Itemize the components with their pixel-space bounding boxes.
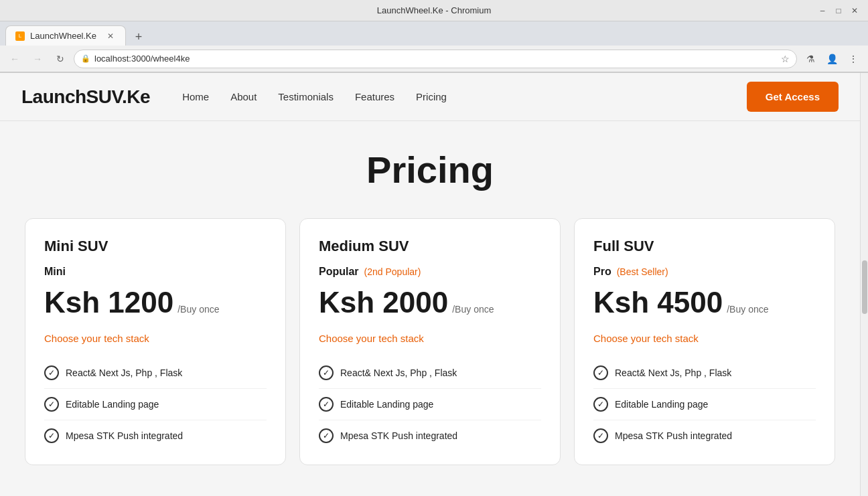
address-bar-row: ← → ↻ 🔒 localhost:3000/wheel4ke ☆ ⚗ 👤 ⋮	[0, 46, 868, 72]
window-controls: – □ ✕	[817, 5, 860, 16]
card-plan-badge-full: (Best Seller)	[617, 266, 668, 277]
check-icon: ✓	[319, 428, 334, 443]
maximize-button[interactable]: □	[833, 5, 844, 16]
check-icon: ✓	[319, 365, 334, 380]
profile-icon[interactable]: 👤	[822, 50, 841, 68]
check-icon: ✓	[593, 397, 608, 412]
card-price-row-mini: Ksh 1200 /Buy once	[44, 286, 267, 319]
card-period-full: /Buy once	[727, 304, 768, 315]
window-title: LaunchWheel.Ke - Chromium	[377, 5, 492, 15]
nav-pricing[interactable]: Pricing	[416, 91, 447, 102]
nav-links: Home About Testimonials Features Pricing	[182, 91, 747, 102]
title-bar: LaunchWheel.Ke - Chromium – □ ✕	[0, 0, 868, 21]
tab-favicon: L	[15, 31, 25, 41]
nav-home[interactable]: Home	[182, 91, 209, 102]
forward-button[interactable]: →	[28, 50, 47, 68]
check-icon: ✓	[593, 365, 608, 380]
card-feature-medium-2: ✓ Editable Landing page	[319, 388, 541, 420]
card-plan-name-medium: Popular	[319, 266, 359, 278]
card-plan-badge-medium: (2nd Popular)	[364, 266, 421, 277]
card-feature-mini-3: ✓ Mpesa STK Push integrated	[44, 420, 267, 451]
scrollbar[interactable]	[860, 73, 868, 496]
card-feature-mini-2: ✓ Editable Landing page	[44, 388, 267, 420]
card-price-mini: Ksh 1200	[44, 286, 173, 319]
check-icon: ✓	[44, 428, 59, 443]
card-tier-mini: Mini SUV	[44, 238, 267, 255]
tab-bar: L LaunchWheel.Ke ✕ +	[0, 21, 868, 46]
card-price-row-medium: Ksh 2000 /Buy once	[319, 286, 541, 319]
card-plan-name-full: Pro	[593, 266, 611, 278]
card-tech-link-full[interactable]: Choose your tech stack	[593, 333, 816, 344]
get-access-button[interactable]: Get Access	[747, 82, 839, 112]
card-features-mini: ✓ React& Next Js, Php , Flask ✓ Editable…	[44, 357, 267, 451]
card-features-full: ✓ React& Next Js, Php , Flask ✓ Editable…	[593, 357, 816, 451]
card-period-medium: /Buy once	[452, 304, 494, 315]
close-button[interactable]: ✕	[849, 5, 860, 16]
pricing-cards: Mini SUV Mini Ksh 1200 /Buy once Choose …	[16, 218, 844, 465]
card-feature-medium-3: ✓ Mpesa STK Push integrated	[319, 420, 541, 451]
card-feature-medium-1: ✓ React& Next Js, Php , Flask	[319, 357, 541, 388]
tab-label: LaunchWheel.Ke	[30, 31, 96, 41]
card-price-row-full: Ksh 4500 /Buy once	[593, 286, 816, 319]
pricing-card-mini: Mini SUV Mini Ksh 1200 /Buy once Choose …	[25, 218, 286, 465]
pricing-card-full: Full SUV Pro (Best Seller) Ksh 4500 /Buy…	[574, 218, 835, 465]
minimize-button[interactable]: –	[817, 5, 828, 16]
card-feature-full-2: ✓ Editable Landing page	[593, 388, 816, 420]
pricing-card-medium: Medium SUV Popular (2nd Popular) Ksh 200…	[299, 218, 561, 465]
check-icon: ✓	[44, 365, 59, 380]
card-features-medium: ✓ React& Next Js, Php , Flask ✓ Editable…	[319, 357, 541, 451]
check-icon: ✓	[593, 428, 608, 443]
card-plan-row-mini: Mini	[44, 266, 267, 278]
pricing-title: Pricing	[16, 148, 844, 191]
active-tab[interactable]: L LaunchWheel.Ke ✕	[5, 25, 126, 46]
bookmark-icon[interactable]: ☆	[781, 54, 790, 64]
back-button[interactable]: ←	[5, 50, 24, 68]
card-tech-link-medium[interactable]: Choose your tech stack	[319, 333, 541, 344]
pricing-section: Pricing Mini SUV Mini Ksh 1200 /Buy once…	[0, 121, 860, 481]
card-period-mini: /Buy once	[177, 304, 219, 315]
card-tech-link-mini[interactable]: Choose your tech stack	[44, 333, 267, 344]
new-tab-button[interactable]: +	[130, 28, 147, 46]
card-feature-full-3: ✓ Mpesa STK Push integrated	[593, 420, 816, 451]
card-plan-name-mini: Mini	[44, 266, 66, 278]
scrollbar-thumb[interactable]	[862, 260, 867, 314]
lock-icon: 🔒	[81, 54, 90, 63]
card-tier-full: Full SUV	[593, 238, 816, 255]
address-bar[interactable]: 🔒 localhost:3000/wheel4ke ☆	[74, 50, 797, 68]
card-feature-full-1: ✓ React& Next Js, Php , Flask	[593, 357, 816, 388]
nav-features[interactable]: Features	[355, 91, 394, 102]
reload-button[interactable]: ↻	[51, 50, 70, 68]
check-icon: ✓	[319, 397, 334, 412]
card-tier-medium: Medium SUV	[319, 238, 541, 255]
site-logo: LaunchSUV.Ke	[21, 86, 150, 108]
experiments-icon[interactable]: ⚗	[801, 50, 820, 68]
card-plan-row-full: Pro (Best Seller)	[593, 266, 816, 278]
nav-testimonials[interactable]: Testimonials	[278, 91, 334, 102]
toolbar-icons: ⚗ 👤 ⋮	[801, 50, 863, 68]
site-navbar: LaunchSUV.Ke Home About Testimonials Fea…	[0, 73, 860, 121]
menu-icon[interactable]: ⋮	[844, 50, 863, 68]
card-feature-mini-1: ✓ React& Next Js, Php , Flask	[44, 357, 267, 388]
url-display: localhost:3000/wheel4ke	[94, 54, 777, 64]
card-price-full: Ksh 4500	[593, 286, 723, 319]
check-icon: ✓	[44, 397, 59, 412]
card-plan-row-medium: Popular (2nd Popular)	[319, 266, 541, 278]
nav-about[interactable]: About	[230, 91, 257, 102]
tab-close-button[interactable]: ✕	[105, 31, 116, 42]
card-price-medium: Ksh 2000	[319, 286, 448, 319]
